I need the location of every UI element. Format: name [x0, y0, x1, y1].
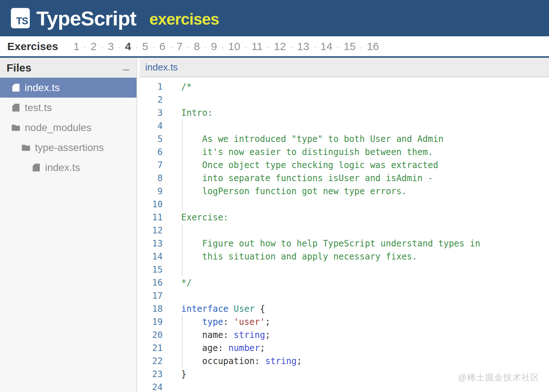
line-number: 22 [139, 355, 163, 368]
exercise-number-11[interactable]: 11 [251, 41, 263, 52]
line-number: 15 [139, 263, 163, 276]
line-content: Intro: [181, 106, 213, 119]
file-icon [11, 103, 21, 113]
code-line-15: 15 [139, 263, 549, 276]
exercise-number-10[interactable]: 10 [228, 41, 240, 52]
token-plain [181, 317, 202, 327]
exercise-number-9[interactable]: 9 [211, 41, 217, 52]
token-plain: ; [297, 356, 302, 366]
watermark-text: @稀土掘金技术社区 [458, 372, 540, 383]
logo-ts-text: TS [16, 16, 28, 27]
token-plain: ; [265, 317, 270, 327]
token-comment: into separate functions isUser and isAdm… [181, 173, 433, 183]
line-content: into separate functions isUser and isAdm… [181, 172, 433, 185]
line-content: /* [181, 80, 192, 93]
line-number: 11 [139, 211, 163, 224]
exercise-number-16[interactable]: 16 [367, 41, 379, 52]
exercise-number-14[interactable]: 14 [320, 41, 332, 52]
exercise-number-8[interactable]: 8 [194, 41, 200, 52]
nav-separator-dot: · [118, 41, 121, 52]
nav-separator-dot: · [187, 41, 190, 52]
code-line-18: 18interface User { [139, 302, 549, 315]
token-string: 'user' [234, 317, 265, 327]
exercise-number-5[interactable]: 5 [142, 41, 149, 52]
code-line-19: 19 type: 'user'; [139, 315, 549, 328]
exercise-number-4[interactable]: 4 [125, 41, 131, 52]
token-plain: age: [181, 343, 228, 353]
tree-item-index-ts[interactable]: index.ts [0, 78, 137, 98]
line-number: 13 [139, 237, 163, 250]
token-comment: this situation and apply necessary fixes… [181, 252, 417, 262]
nav-separator-dot: · [267, 41, 270, 52]
line-number: 1 [139, 80, 163, 93]
tree-item-type-assertions[interactable]: type-assertions [0, 138, 137, 158]
nav-separator-dot: · [337, 41, 340, 52]
nav-separator-dot: · [135, 41, 138, 52]
nav-separator-dot: · [360, 41, 363, 52]
exercise-number-6[interactable]: 6 [159, 41, 166, 52]
tree-item-label: node_modules [25, 122, 92, 134]
token-keyword: interface [181, 304, 228, 314]
token-plain [228, 304, 233, 314]
line-number: 6 [139, 146, 163, 159]
line-number: 14 [139, 250, 163, 263]
code-line-4: 4 [139, 119, 549, 132]
token-comment: Exercise: [181, 212, 228, 222]
line-content: it's now easier to distinguish between t… [181, 146, 433, 159]
exercise-number-1[interactable]: 1 [73, 41, 80, 52]
tree-item-test-ts[interactable]: test.ts [0, 98, 137, 118]
token-builtin: string [234, 330, 265, 340]
code-line-13: 13 Figure out how to help TypeScript und… [139, 237, 549, 250]
minimize-panel-button[interactable]: _ [123, 63, 129, 73]
editor-tabbar: index.ts [139, 58, 549, 77]
code-line-10: 10 [139, 198, 549, 211]
exercise-number-12[interactable]: 12 [274, 41, 286, 52]
exercise-number-13[interactable]: 13 [297, 41, 309, 52]
line-number: 7 [139, 159, 163, 172]
code-line-7: 7 Once object type checking logic was ex… [139, 159, 549, 172]
app-header: TS TypeScript exercises [0, 0, 549, 36]
tree-item-index-ts[interactable]: index.ts [0, 158, 137, 177]
line-content: Exercise: [181, 211, 228, 224]
line-content: occupation: string; [181, 355, 302, 368]
token-comment: /* [181, 82, 192, 92]
line-number: 17 [139, 289, 163, 302]
exercise-number-15[interactable]: 15 [343, 41, 355, 52]
line-number: 24 [139, 381, 163, 392]
token-plain: { [255, 304, 265, 314]
tree-item-node-modules[interactable]: node_modules [0, 118, 137, 138]
code-line-22: 22 occupation: string; [139, 355, 549, 368]
token-type: User [234, 304, 255, 314]
line-content: logPerson function got new type errors. [181, 185, 407, 198]
token-keyword: type [202, 317, 223, 327]
line-content: age: number; [181, 342, 265, 355]
file-tree: index.tstest.tsnode_modulestype-assertio… [0, 78, 137, 177]
code-line-14: 14 this situation and apply necessary fi… [139, 250, 549, 263]
file-icon [31, 163, 41, 172]
exercise-number-2[interactable]: 2 [91, 41, 97, 52]
code-line-2: 2 [139, 93, 549, 106]
exercises-nav-label: Exercises [7, 40, 58, 53]
file-icon [11, 83, 21, 93]
line-number: 18 [139, 302, 163, 315]
code-editor[interactable]: 1/*23Intro:45 As we introduced "type" to… [139, 77, 549, 392]
token-plain: ; [260, 343, 265, 353]
line-number: 9 [139, 185, 163, 198]
nav-separator-dot: · [290, 41, 293, 52]
editor-tab-index-ts[interactable]: index.ts [139, 58, 187, 77]
files-panel-header: Files _ [0, 58, 137, 78]
code-line-1: 1/* [139, 80, 549, 93]
token-plain: name: [181, 330, 234, 340]
app-title[interactable]: TypeScript [36, 7, 136, 30]
token-plain: } [181, 369, 186, 379]
nav-separator-dot: · [101, 41, 104, 52]
token-builtin: string [265, 356, 297, 366]
folder-icon [21, 143, 31, 152]
exercise-number-3[interactable]: 3 [108, 41, 114, 52]
main-content: Files _ index.tstest.tsnode_modulestype-… [0, 58, 549, 392]
exercise-number-7[interactable]: 7 [176, 41, 183, 52]
line-number: 19 [139, 315, 163, 328]
typescript-logo-icon[interactable]: TS [11, 8, 30, 28]
tree-item-label: index.ts [45, 162, 80, 173]
line-content: } [181, 368, 186, 381]
